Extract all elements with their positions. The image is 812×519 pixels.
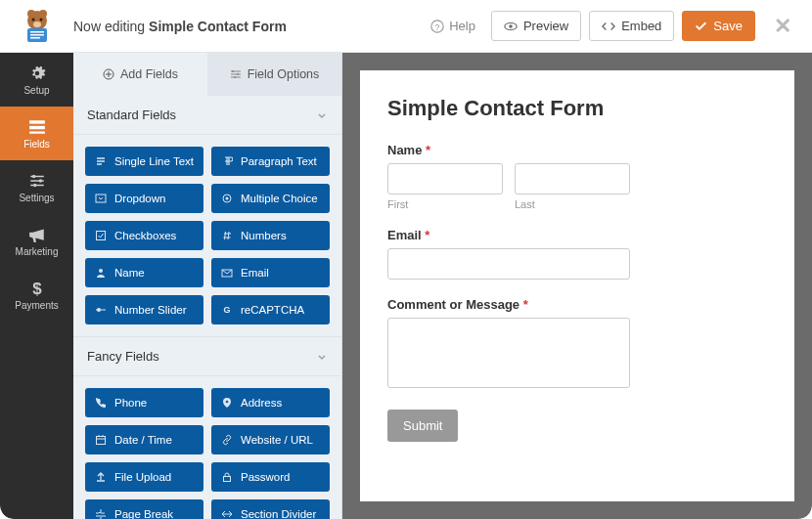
svg-text:$: $: [32, 280, 42, 297]
help-icon: ?: [430, 20, 444, 33]
form-field-email[interactable]: Email *: [387, 228, 767, 280]
form-field-comment[interactable]: Comment or Message *: [387, 297, 767, 392]
field-paragraph-text[interactable]: Paragraph Text: [211, 147, 330, 176]
email-label: Email *: [387, 228, 767, 242]
sidebar-item-settings[interactable]: Settings: [0, 160, 73, 214]
field-file-upload[interactable]: File Upload: [85, 462, 203, 492]
editing-label: Now editing Simple Contact Form: [73, 19, 423, 34]
submit-button[interactable]: Submit: [387, 410, 458, 442]
field-email[interactable]: Email: [211, 258, 330, 287]
chevron-down-icon: [316, 109, 328, 121]
svg-text:?: ?: [435, 22, 440, 31]
svg-point-24: [234, 76, 236, 78]
first-sublabel: First: [387, 198, 503, 210]
name-label: Name *: [387, 143, 767, 157]
mail-icon: [221, 267, 233, 279]
field-recaptcha[interactable]: GreCAPTCHA: [211, 295, 330, 324]
field-single-line-text[interactable]: Single Line Text: [85, 147, 203, 176]
comment-label: Comment or Message *: [387, 297, 767, 312]
sidebar-item-payments[interactable]: $ Payments: [0, 268, 73, 322]
svg-point-2: [39, 10, 47, 18]
fields-panel: Add Fields Field Options Standard Fields…: [73, 53, 342, 519]
field-section-divider[interactable]: Section Divider: [211, 499, 330, 519]
tab-add-fields[interactable]: Add Fields: [73, 53, 207, 96]
form-canvas: Simple Contact Form Name * First Last: [342, 53, 812, 519]
field-dropdown[interactable]: Dropdown: [85, 184, 203, 213]
svg-point-13: [509, 24, 513, 28]
plus-circle-icon: [103, 68, 114, 80]
field-numbers[interactable]: Numbers: [211, 221, 330, 250]
link-icon: [221, 434, 233, 446]
radio-icon: [221, 193, 233, 204]
options-icon: [230, 68, 242, 80]
svg-rect-14: [29, 120, 45, 123]
field-name[interactable]: Name: [85, 258, 203, 287]
pagebreak-icon: [95, 508, 107, 519]
lock-icon: [221, 471, 233, 483]
svg-rect-7: [30, 31, 44, 33]
last-name-input[interactable]: [515, 163, 630, 195]
svg-rect-34: [97, 437, 106, 445]
chevron-down-icon: [316, 351, 328, 363]
field-checkboxes[interactable]: Checkboxes: [85, 221, 203, 250]
comment-textarea[interactable]: [387, 318, 630, 388]
svg-point-19: [33, 183, 36, 186]
form-preview: Simple Contact Form Name * First Last: [360, 70, 794, 501]
last-sublabel: Last: [515, 198, 630, 210]
gear-icon: [28, 65, 46, 82]
text-icon: [95, 155, 107, 167]
svg-point-1: [27, 10, 35, 18]
megaphone-icon: [28, 226, 46, 243]
calendar-icon: [95, 434, 107, 446]
field-date-time[interactable]: Date / Time: [85, 425, 203, 454]
svg-point-22: [232, 70, 234, 72]
svg-point-3: [31, 18, 34, 21]
field-address[interactable]: Address: [211, 388, 330, 417]
tab-field-options[interactable]: Field Options: [207, 53, 341, 96]
group-header[interactable]: Standard Fields: [73, 96, 341, 135]
svg-point-4: [39, 18, 42, 21]
svg-rect-28: [97, 232, 106, 240]
sidebar: Setup Fields Settings Marketing $ Paymen…: [0, 53, 73, 519]
svg-point-29: [99, 269, 103, 273]
upload-icon: [95, 471, 107, 483]
first-name-input[interactable]: [387, 163, 503, 195]
svg-point-31: [97, 308, 101, 312]
hash-icon: [221, 230, 233, 241]
svg-point-23: [237, 73, 239, 75]
svg-point-17: [31, 174, 34, 177]
preview-button[interactable]: Preview: [491, 11, 581, 41]
code-icon: [602, 20, 615, 33]
sidebar-item-marketing[interactable]: Marketing: [0, 214, 73, 268]
slider-icon: [95, 304, 107, 316]
svg-rect-35: [224, 477, 231, 482]
pin-icon: [221, 397, 233, 409]
sidebar-item-fields[interactable]: Fields: [0, 107, 73, 160]
phone-icon: [95, 397, 107, 409]
field-phone[interactable]: Phone: [85, 388, 203, 417]
topbar: Now editing Simple Contact Form ? Help P…: [0, 0, 812, 53]
check-icon: [695, 20, 707, 32]
group-header[interactable]: Fancy Fields: [73, 336, 341, 376]
svg-text:G: G: [223, 305, 230, 315]
close-button[interactable]: ✕: [763, 14, 802, 39]
dollar-icon: $: [28, 280, 46, 297]
field-password[interactable]: Password: [211, 462, 330, 492]
sidebar-item-setup[interactable]: Setup: [0, 53, 73, 107]
save-button[interactable]: Save: [682, 11, 755, 41]
svg-rect-9: [30, 37, 40, 39]
field-multiple-choice[interactable]: Multiple Choice: [211, 184, 330, 213]
field-website-url[interactable]: Website / URL: [211, 425, 330, 454]
user-icon: [95, 267, 107, 279]
form-field-name[interactable]: Name * First Last: [387, 143, 767, 210]
svg-point-33: [226, 401, 229, 404]
svg-point-5: [33, 22, 41, 27]
help-link[interactable]: ? Help: [423, 19, 483, 33]
field-number-slider[interactable]: Number Slider: [85, 295, 203, 324]
dropdown-icon: [95, 193, 107, 204]
paragraph-icon: [221, 155, 233, 167]
field-page-break[interactable]: Page Break: [85, 499, 203, 519]
email-input[interactable]: [387, 248, 630, 280]
embed-button[interactable]: Embed: [589, 11, 674, 41]
svg-rect-15: [29, 125, 45, 128]
